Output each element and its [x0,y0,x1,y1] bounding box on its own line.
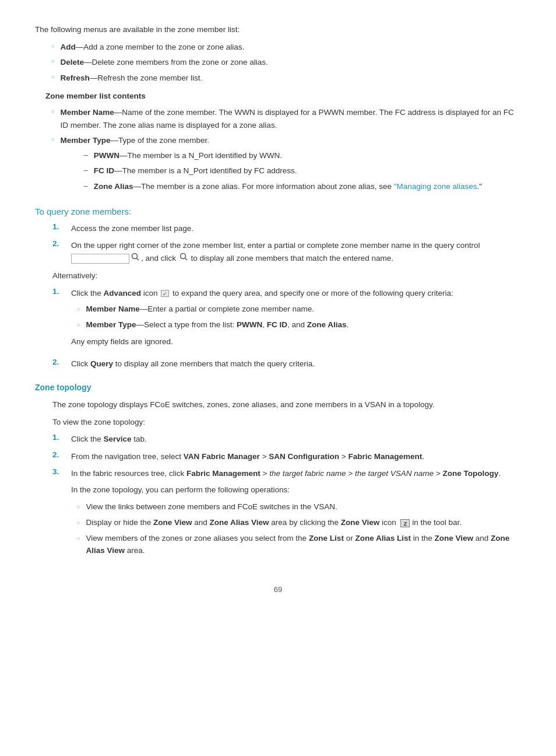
list-item: ○ View the links between zone members an… [71,501,521,513]
list-item: – FC ID—The member is a N_Port identifie… [78,164,521,177]
zone-member-contents-list: ○ Member Name—Name of the zone member. T… [45,106,521,196]
step-num-1: 1. [52,222,69,231]
list-item: 1. Access the zone member list page. [52,222,521,235]
add-desc: —Add a zone member to the zone or zone a… [76,43,245,51]
list-item: 1. Click the Advanced icon ✓ to expand t… [52,287,521,353]
bullet-circle-icon: ○ [77,305,80,313]
zone-alias-label: Zone Alias [94,182,133,191]
advanced-icon: ✓ [161,290,169,297]
step-2-text-middle: , and click [141,254,178,262]
dash-icon: – [83,164,87,177]
alt-step-num-2: 2. [52,358,69,366]
list-item: – PWWN—The member is a N_Port identified… [78,149,521,162]
managing-zone-aliases-link[interactable]: "Managing zone aliases [394,182,477,191]
delete-label: Delete [60,58,84,66]
menu-items-list: ○ Add—Add a zone member to the zone or z… [35,41,521,85]
list-item: ○ Member Name—Name of the zone member. T… [45,106,521,131]
list-item: 3. In the fabric resources tree, click F… [52,467,521,562]
dash-icon: – [83,180,87,192]
intro-text: The following menus are available in the… [35,23,521,36]
bullet-circle-icon: ○ [77,321,80,329]
zone-topology-steps: 1. Click the Service tab. 2. From the na… [52,433,521,562]
step-2-text-before: On the upper right corner of the zone me… [71,241,480,250]
view-intro: To view the zone topology: [52,416,521,429]
list-item: 2. From the navigation tree, select VAN … [52,450,521,463]
fabric-name-italic: the target fabric name > the target VSAN… [269,469,434,478]
dash-icon: – [83,149,87,162]
search-icon [131,252,139,265]
alt-step-1-after: to expand the query area, and specify on… [170,289,453,298]
fcid-desc: —The member is a N_Port identified by FC… [114,166,297,175]
fabric-mgmt-label: Fabric Management [348,452,422,461]
zone-alias-desc: —The member is a zone alias. For more in… [133,182,393,191]
query-section-heading: To query zone members: [35,206,521,216]
member-name-desc: —Name of the zone member. The WWN is dis… [60,108,513,130]
bullet-circle-icon: ○ [77,534,80,542]
san-config-label: SAN Configuration [269,452,339,461]
member-name-criteria: Member Name [86,304,139,313]
alt-step-1-before: Click the Advanced icon [71,289,160,298]
list-item: ○ Member Type—Select a type from the lis… [71,318,521,331]
member-type-sub-list: – PWWN—The member is a N_Port identified… [78,149,521,193]
svg-line-3 [185,258,187,261]
pwwn-desc: —The member is a N_Port identified by WW… [119,151,282,160]
list-item: ○ Delete—Delete zone members from the zo… [45,56,521,69]
query-criteria-list: ○ Member Name—Enter a partial or complet… [71,303,521,331]
query-input[interactable] [71,254,129,264]
query-button-label: Query [90,359,113,368]
step-1-text: Access the zone member list page. [71,222,521,235]
zt-step-num-1: 1. [52,433,69,442]
van-fabric-manager-label: VAN Fabric Manager [184,452,260,461]
zt-step-num-3: 3. [52,467,69,476]
advanced-label: Advanced [104,289,142,298]
query-steps-list: 1. Access the zone member list page. 2. … [35,222,521,265]
zone-topology-section: Zone topology The zone topology displays… [35,381,521,562]
zone-topology-desc: The zone topology displays FCoE switches… [52,398,521,411]
add-label: Add [60,43,75,51]
zone-topology-link: Zone Topology [442,469,498,478]
list-item: ○ View members of the zones or zone alia… [71,532,521,557]
alt-steps-list: 1. Click the Advanced icon ✓ to expand t… [35,287,521,370]
pwwn-label: PWWN [94,151,119,160]
service-tab-label: Service [104,435,132,443]
zone-topology-heading: Zone topology [35,381,521,394]
member-type-desc: —Type of the zone member. [110,136,209,145]
list-item: ○ Refresh—Refresh the zone member list. [45,72,521,85]
zone-view-icon: Z [400,519,410,527]
bullet-circle-icon: ○ [77,503,80,511]
bullet-circle-icon: ○ [51,74,54,80]
empty-fields-note: Any empty fields are ignored. [71,335,521,348]
member-name-label: Member Name [60,108,114,117]
zone-member-contents-heading: Zone member list contents [45,90,521,103]
member-type-criteria: Member Type [86,320,136,329]
alt-step-2-before: Click Query to display all zone members … [71,359,315,368]
member-type-label: Member Type [60,136,110,145]
bullet-circle-icon: ○ [51,43,54,49]
list-item: – Zone Alias—The member is a zone alias.… [78,180,521,193]
refresh-label: Refresh [60,74,89,82]
list-item: ○ Member Type—Type of the zone member. –… [45,134,521,195]
list-item: ○ Add—Add a zone member to the zone or z… [45,41,521,54]
delete-desc: —Delete zone members from the zone or zo… [84,58,268,66]
step-num-2: 2. [52,239,69,248]
zone-topology-body: The zone topology displays FCoE switches… [35,398,521,562]
bullet-circle-icon: ○ [51,136,54,142]
page-number: 69 [274,585,282,594]
svg-point-0 [132,254,138,259]
zt-step-num-2: 2. [52,450,69,459]
step-2-text-after: to display all zone members that match t… [189,254,393,262]
svg-point-2 [180,254,185,259]
list-item: 2. Click Query to display all zone membe… [52,358,521,370]
bullet-circle-icon: ○ [77,519,80,527]
alternatively-text: Alternatively: [35,270,521,282]
bullet-circle-icon: ○ [51,58,54,64]
page-footer: 69 [35,585,521,594]
zone-topology-ops-list: ○ View the links between zone members an… [71,501,521,556]
list-item: 1. Click the Service tab. [52,433,521,446]
bullet-circle-icon: ○ [51,108,54,114]
fcid-label: FC ID [94,166,114,175]
list-item: ○ Display or hide the Zone View and Zone… [71,516,521,529]
alt-step-num-1: 1. [52,287,69,296]
list-item: ○ Member Name—Enter a partial or complet… [71,303,521,316]
page-content: The following menus are available in the… [35,23,521,594]
